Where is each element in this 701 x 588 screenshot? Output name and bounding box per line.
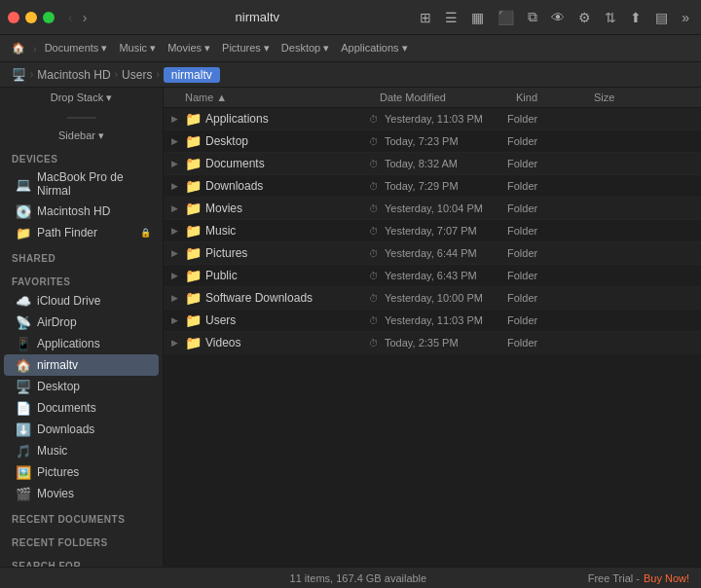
sidebar-item-airdrop[interactable]: 📡 AirDrop	[4, 312, 159, 333]
file-kind-0: Folder	[507, 113, 585, 125]
sidebar-label-documents: Documents	[37, 401, 151, 415]
nav-documents[interactable]: Documents ▾	[41, 40, 112, 56]
buy-now-link[interactable]: Buy Now!	[644, 572, 689, 584]
icon-view-button[interactable]: ⊞	[416, 8, 435, 27]
share-button[interactable]: ⬆	[626, 8, 646, 27]
action-button[interactable]: ⚙	[574, 8, 595, 27]
sidebar-item-downloads[interactable]: ⬇️ Downloads	[4, 419, 159, 440]
gallery-view-button[interactable]: ⧉	[524, 7, 541, 27]
sidebar-item-applications[interactable]: 📱 Applications	[4, 333, 159, 354]
file-kind-1: Folder	[507, 135, 585, 147]
sidebar-item-music[interactable]: 🎵 Music	[4, 440, 159, 461]
row-expand-5[interactable]: ▶	[171, 226, 185, 236]
table-row[interactable]: ▶ 📁 Videos ⏱ Today, 2:35 PM Folder	[164, 332, 701, 354]
sidebar-item-documents[interactable]: 📄 Documents	[4, 397, 159, 419]
col-header-kind[interactable]: Kind	[516, 92, 594, 103]
nav-movies[interactable]: Movies ▾	[164, 40, 214, 56]
sidebar-label-icloud-drive: iCloud Drive	[37, 294, 151, 308]
top-nav-links: 🏠 › Documents ▾ Music ▾ Movies ▾ Picture…	[8, 40, 412, 56]
minimize-button[interactable]	[25, 12, 37, 23]
date-icon-10: ⏱	[369, 338, 385, 349]
sidebar-item-movies[interactable]: 🎬 Movies	[4, 483, 159, 504]
col-header-name[interactable]: Name ▲	[185, 92, 380, 103]
pictures-icon: 🖼️	[16, 464, 31, 480]
nav-music[interactable]: Music ▾	[115, 40, 160, 56]
row-expand-1[interactable]: ▶	[171, 136, 185, 146]
row-expand-9[interactable]: ▶	[171, 315, 185, 325]
table-row[interactable]: ▶ 📁 Movies ⏱ Yesterday, 10:04 PM Folder	[164, 198, 701, 220]
movies-icon: 🎬	[16, 486, 31, 501]
sidebar-item-macbook[interactable]: 💻 MacBook Pro de Nirmal	[4, 167, 159, 201]
file-date-10: Today, 2:35 PM	[385, 337, 507, 349]
more-button[interactable]: »	[678, 8, 693, 27]
section-header-recent-documents: Recent Documents	[0, 504, 163, 528]
table-row[interactable]: ▶ 📁 Software Downloads ⏱ Yesterday, 10:0…	[164, 287, 701, 310]
row-expand-2[interactable]: ▶	[171, 159, 185, 168]
window-title: nirmaltv	[98, 10, 416, 24]
folder-icon-3: 📁	[185, 178, 201, 194]
folder-icon-7: 📁	[185, 268, 201, 283]
sidebar-label-macintosh-hd: Macintosh HD	[37, 204, 151, 218]
preview-button[interactable]: 👁	[547, 8, 569, 27]
lock-icon: 🔒	[140, 228, 151, 238]
sidebar-item-desktop[interactable]: 🖥️ Desktop	[4, 376, 159, 397]
file-kind-7: Folder	[507, 270, 585, 281]
back-button[interactable]: ‹	[64, 8, 77, 27]
section-header-search-for: Search For	[0, 551, 163, 567]
applications-icon: 📱	[16, 336, 31, 351]
column-view-button[interactable]: ▦	[467, 8, 488, 27]
title-bar: ‹ › nirmaltv ⊞ ☰ ▦ ⬛ ⧉ 👁 ⚙ ⇅ ⬆ ▤ »	[0, 0, 701, 35]
table-row[interactable]: ▶ 📁 Desktop ⏱ Today, 7:23 PM Folder	[164, 130, 701, 153]
row-expand-4[interactable]: ▶	[171, 203, 185, 213]
nav-applications[interactable]: Applications ▾	[337, 40, 411, 56]
sidebar-item-nirmaltv[interactable]: 🏠 nirmaltv	[4, 354, 159, 376]
table-row[interactable]: ▶ 📁 Users ⏱ Yesterday, 11:03 PM Folder	[164, 310, 701, 332]
row-expand-7[interactable]: ▶	[171, 271, 185, 280]
sidebar-item-pictures[interactable]: 🖼️ Pictures	[4, 461, 159, 483]
sidebar-toggle-button[interactable]: ▤	[651, 8, 672, 27]
breadcrumb-macintosh-hd[interactable]: Macintosh HD	[37, 68, 110, 82]
row-expand-0[interactable]: ▶	[171, 114, 185, 124]
row-expand-3[interactable]: ▶	[171, 181, 185, 191]
table-row[interactable]: ▶ 📁 Documents ⏱ Today, 8:32 AM Folder	[164, 153, 701, 175]
breadcrumb-home[interactable]: 🖥️	[12, 68, 26, 82]
table-row[interactable]: ▶ 📁 Downloads ⏱ Today, 7:29 PM Folder	[164, 175, 701, 198]
list-view-button[interactable]: ☰	[441, 8, 461, 27]
sidebar-bar[interactable]: Sidebar ▾	[0, 128, 163, 144]
drop-stack-bar[interactable]: Drop Stack ▾	[0, 88, 163, 108]
section-header-devices: Devices	[0, 144, 163, 167]
file-kind-10: Folder	[507, 337, 585, 349]
table-row[interactable]: ▶ 📁 Music ⏱ Yesterday, 7:07 PM Folder	[164, 220, 701, 242]
forward-button[interactable]: ›	[79, 8, 92, 27]
sidebar-item-icloud-drive[interactable]: ☁️ iCloud Drive	[4, 290, 159, 312]
breadcrumb-users[interactable]: Users	[122, 68, 152, 82]
cover-flow-button[interactable]: ⬛	[494, 8, 518, 27]
row-expand-8[interactable]: ▶	[171, 293, 185, 303]
col-header-date[interactable]: Date Modified	[380, 92, 516, 103]
maximize-button[interactable]	[43, 12, 55, 23]
sidebar-label-nirmaltv: nirmaltv	[37, 358, 151, 372]
table-row[interactable]: ▶ 📁 Public ⏱ Yesterday, 6:43 PM Folder	[164, 265, 701, 287]
folder-icon-5: 📁	[185, 223, 201, 239]
arrange-button[interactable]: ⇅	[601, 8, 620, 27]
sidebar-item-macintosh-hd[interactable]: 💽 Macintosh HD	[4, 201, 159, 222]
nav-pictures[interactable]: Pictures ▾	[218, 40, 274, 56]
nav-desktop[interactable]: Desktop ▾	[277, 40, 333, 56]
date-icon-4: ⏱	[369, 203, 385, 214]
sidebar-item-path-finder[interactable]: 📁 Path Finder 🔒	[4, 222, 159, 243]
folder-icon-0: 📁	[185, 111, 201, 127]
home-nav-icon[interactable]: 🏠	[8, 40, 29, 56]
file-name-4: Movies	[205, 202, 369, 215]
table-row[interactable]: ▶ 📁 Pictures ⏱ Yesterday, 6:44 PM Folder	[164, 242, 701, 265]
folder-icon-10: 📁	[185, 335, 201, 350]
sidebar-label-path-finder: Path Finder	[37, 226, 134, 239]
row-expand-10[interactable]: ▶	[171, 338, 185, 348]
row-expand-6[interactable]: ▶	[171, 248, 185, 258]
file-kind-6: Folder	[507, 247, 585, 259]
table-row[interactable]: ▶ 📁 Applications ⏱ Yesterday, 11:03 PM F…	[164, 108, 701, 130]
sidebar-label-downloads: Downloads	[37, 423, 151, 436]
file-date-5: Yesterday, 7:07 PM	[385, 225, 507, 237]
close-button[interactable]	[8, 12, 19, 23]
file-name-6: Pictures	[205, 246, 369, 260]
col-header-size[interactable]: Size	[594, 92, 652, 103]
